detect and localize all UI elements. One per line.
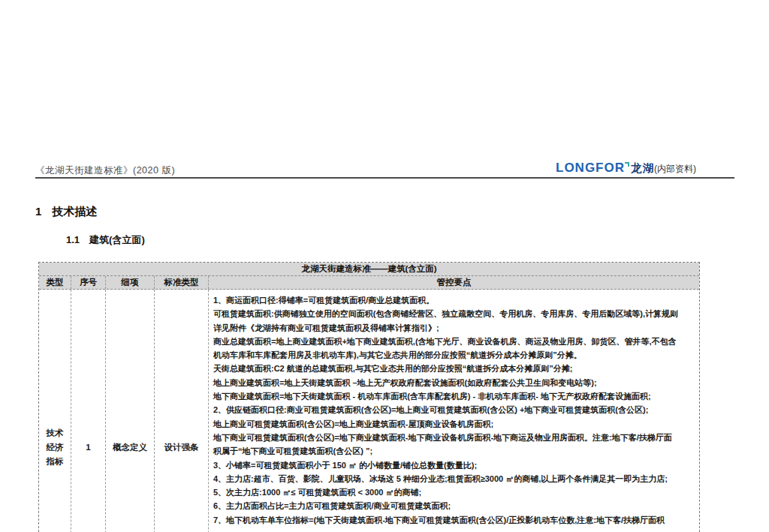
section-number: 1 bbox=[35, 205, 41, 218]
col-header-item: 细项 bbox=[106, 276, 155, 289]
control-point-line: 4、主力店:超市、百货、影院、儿童职场、冰场这 5 种细分业态;租赁面积≥300… bbox=[213, 472, 695, 485]
cell-control-points: 1、商运面积口径:得铺率=可租赁建筑面积/商业总建筑面积。 可租赁建筑面积:供商… bbox=[209, 290, 699, 532]
subsection-heading: 1.1建筑(含立面) bbox=[66, 233, 145, 247]
header-divider bbox=[35, 177, 734, 179]
cell-type-line: 经济 bbox=[47, 440, 64, 455]
cell-seq: 1 bbox=[71, 290, 106, 532]
section-title: 技术描述 bbox=[52, 205, 97, 218]
control-point-line: 6、主力店面积占比=主力店可租赁建筑面积/商业可租赁建筑面积; bbox=[213, 499, 695, 512]
control-point-line: 7、地下机动车单车位指标=(地下天街建筑面积-地下商业可租赁建筑面积(含公区)/… bbox=[213, 513, 695, 527]
subsection-number: 1.1 bbox=[66, 234, 80, 245]
cell-standard-type: 设计强条 bbox=[155, 290, 209, 532]
control-point-line: 机动车库和车库配套用房及非机动车库),与其它业态共用的部分应按照“航道拆分成本分… bbox=[213, 348, 695, 362]
control-point-line: 1、商运面积口径:得铺率=可租赁建筑面积/商业总建筑面积。 bbox=[213, 293, 695, 307]
control-point-line: 地下商业建筑面积=地下天街建筑面积 - 机动车库面积(含车库配套机房) - 非机… bbox=[213, 389, 695, 403]
col-header-control-points: 管控要点 bbox=[209, 276, 699, 289]
table-row: 技术 经济 指标 1 概念定义 设计强条 1、商运面积口径:得铺率=可租赁建筑面… bbox=[39, 290, 699, 532]
cell-type: 技术 经济 指标 bbox=[39, 290, 71, 532]
longfor-logo: LONGFOR龙湖(内部资料) bbox=[556, 161, 696, 176]
control-point-line: 天街总建筑面积:C2 航道的总建筑面积,与其它业态共用的部分应按照“航道拆分成本… bbox=[213, 362, 695, 375]
control-point-line: 地上商业建筑面积=地上天街建筑面积 –地上无产权政府配套设施面积(如政府配套公共… bbox=[213, 376, 695, 389]
col-header-type: 类型 bbox=[39, 276, 71, 289]
col-header-seq: 序号 bbox=[71, 276, 106, 289]
standards-table: 龙湖天街建造标准——建筑(含立面) 类型 序号 细项 标准类型 管控要点 技术 … bbox=[38, 262, 700, 532]
internal-material-note: (内部资料) bbox=[654, 164, 696, 174]
section-heading: 1技术描述 bbox=[35, 205, 97, 219]
cell-type-line: 指标 bbox=[47, 455, 64, 469]
control-point-line: 3、小铺率=可租赁建筑面积小于 150 ㎡ 的小铺数量/铺位总数量(数量比); bbox=[213, 458, 695, 472]
subsection-title: 建筑(含立面) bbox=[89, 234, 145, 245]
control-point-line: 详见附件《龙湖持有商业可租赁建筑面积及得铺率计算指引》; bbox=[213, 321, 695, 335]
control-point-line: 积属于“地下商业可租赁建筑面积(含公区) ”; bbox=[213, 444, 695, 458]
control-point-line: 2、供应链面积口径:商业可租赁建筑面积(含公区)=地上商业可租赁建筑面积(含公区… bbox=[213, 403, 695, 416]
cell-item: 概念定义 bbox=[106, 290, 155, 532]
control-point-line: 商业总建筑面积=地上商业建筑面积+地下商业建筑面积,(含地下光厅、商业设备机房、… bbox=[213, 335, 695, 348]
control-point-line: 可租赁建筑面积:供商铺独立使用的空间面积(包含商铺经营区、独立疏散空间、专用机房… bbox=[213, 307, 695, 320]
longfor-chinese-name: 龙湖 bbox=[631, 162, 654, 174]
col-header-standard-type: 标准类型 bbox=[155, 276, 209, 289]
table-title: 龙湖天街建造标准——建筑(含立面) bbox=[39, 263, 699, 276]
control-point-line: 地下商业可租赁建筑面积(含公区)=地下商业建筑面积-地下商业设备机房面积-地下商… bbox=[213, 431, 695, 444]
longfor-corner-icon bbox=[625, 162, 629, 167]
control-point-line: 地上商业可租赁建筑面积(含公区)=地上商业建筑面积-屋顶商业设备机房面积; bbox=[213, 417, 695, 431]
doc-title: 《龙湖天街建造标准》(2020 版) bbox=[35, 164, 175, 177]
control-point-line: 5、次主力店:1000 ㎡≤ 可租赁建筑面积 < 3000 ㎡的商铺; bbox=[213, 485, 695, 499]
table-header-row: 类型 序号 细项 标准类型 管控要点 bbox=[39, 276, 699, 290]
longfor-wordmark: LONGFOR bbox=[556, 161, 625, 175]
cell-type-line: 技术 bbox=[47, 426, 64, 440]
